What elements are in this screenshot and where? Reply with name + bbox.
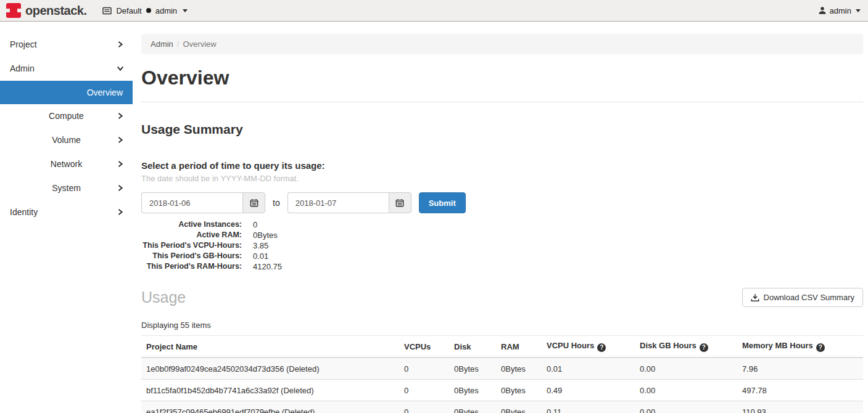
date-to-input[interactable] bbox=[287, 192, 389, 213]
sidebar-item-label: Admin bbox=[10, 63, 35, 73]
breadcrumb-admin[interactable]: Admin bbox=[151, 39, 173, 49]
usage-table: Project Name VCPUs Disk RAM VCPU Hours? … bbox=[141, 335, 863, 413]
user-name: admin bbox=[830, 6, 851, 15]
chevron-right-icon bbox=[117, 208, 124, 216]
sidebar-item-overview[interactable]: Overview bbox=[0, 81, 133, 104]
date-from-calendar-addon[interactable] bbox=[242, 192, 265, 213]
cell-vcpus: 0 bbox=[399, 358, 449, 380]
breadcrumb: Admin/Overview bbox=[141, 34, 863, 54]
cell-vcpu-hours: 0.49 bbox=[542, 380, 635, 401]
stat-value: 3.85 bbox=[253, 240, 268, 251]
top-navbar: openstack. Default admin admin bbox=[0, 0, 868, 22]
usage-stats: Active Instances: 0 Active RAM: 0Bytes T… bbox=[141, 219, 863, 272]
sidebar-item-network[interactable]: Network bbox=[0, 152, 133, 176]
column-label: Memory MB Hours bbox=[742, 341, 813, 350]
download-csv-button[interactable]: Download CSV Summary bbox=[742, 288, 863, 307]
chevron-down-icon bbox=[117, 65, 124, 72]
submit-button[interactable]: Submit bbox=[419, 192, 466, 213]
col-disk-gb-hours: Disk GB Hours? bbox=[635, 336, 737, 358]
column-label: Disk bbox=[454, 342, 471, 351]
stat-gb-hours: This Period's GB-Hours: 0.01 bbox=[141, 251, 863, 261]
openstack-brand[interactable]: openstack. bbox=[6, 3, 86, 18]
cell-memory-mb-hours: 497.78 bbox=[737, 380, 863, 401]
date-from-group bbox=[141, 192, 265, 213]
title-divider bbox=[141, 102, 863, 102]
cell-ram: 0Bytes bbox=[496, 401, 542, 413]
project-label: admin bbox=[155, 6, 177, 15]
stat-label: This Period's VCPU-Hours: bbox=[141, 240, 242, 251]
date-format-hint: The date should be in YYYY-MM-DD format. bbox=[141, 174, 863, 183]
chevron-right-icon bbox=[117, 136, 124, 144]
domain-project-switcher[interactable]: Default admin bbox=[102, 6, 188, 15]
calendar-icon bbox=[250, 198, 258, 207]
brand-text: openstack. bbox=[25, 4, 86, 18]
column-label: Disk GB Hours bbox=[640, 341, 696, 350]
main-content: Admin/Overview Overview Usage Summary Se… bbox=[133, 22, 868, 413]
sidebar-item-label: Compute bbox=[49, 111, 84, 121]
sidebar-item-project[interactable]: Project bbox=[0, 33, 133, 57]
column-label: RAM bbox=[501, 342, 519, 351]
cell-disk-gb-hours: 0.00 bbox=[635, 380, 737, 401]
sidebar-item-label: Overview bbox=[87, 88, 123, 97]
window-list-icon bbox=[102, 7, 112, 15]
usage-section-header: Usage Download CSV Summary bbox=[141, 288, 863, 307]
help-icon[interactable]: ? bbox=[700, 343, 708, 352]
sidebar-item-label: Project bbox=[10, 39, 37, 49]
col-memory-mb-hours: Memory MB Hours? bbox=[737, 336, 863, 358]
col-project-name: Project Name bbox=[141, 336, 399, 358]
user-menu[interactable]: admin bbox=[818, 6, 861, 15]
usage-summary-heading: Usage Summary bbox=[141, 122, 863, 137]
column-label: VCPU Hours bbox=[547, 341, 594, 350]
breadcrumb-separator: / bbox=[177, 39, 180, 49]
table-row: bf11c5fa0f1b452db4b7741a6c33a92f (Delete… bbox=[141, 380, 863, 401]
chevron-right-icon bbox=[117, 112, 124, 120]
stat-value: 0 bbox=[253, 219, 257, 230]
stat-vcpu-hours: This Period's VCPU-Hours: 3.85 bbox=[141, 240, 863, 251]
date-from-input[interactable] bbox=[141, 192, 242, 213]
cell-vcpus: 0 bbox=[399, 401, 449, 413]
table-header-row: Project Name VCPUs Disk RAM VCPU Hours? … bbox=[141, 336, 863, 358]
column-label: Project Name bbox=[146, 342, 197, 351]
help-icon[interactable]: ? bbox=[597, 343, 606, 352]
sidebar-item-identity[interactable]: Identity bbox=[0, 200, 133, 224]
cell-memory-mb-hours: 110.93 bbox=[737, 401, 863, 413]
table-row: ea1f2f357c09465eb6991edf7079efbe (Delete… bbox=[141, 401, 863, 413]
download-csv-label: Download CSV Summary bbox=[764, 293, 854, 302]
col-vcpus: VCPUs bbox=[399, 336, 449, 358]
sidebar-item-volume[interactable]: Volume bbox=[0, 128, 133, 152]
sidebar-item-admin[interactable]: Admin bbox=[0, 57, 133, 81]
sidebar-item-label: System bbox=[52, 183, 81, 193]
date-range-form: to Submit bbox=[141, 192, 863, 213]
date-to-group bbox=[287, 192, 411, 213]
help-icon[interactable]: ? bbox=[816, 343, 825, 352]
sidebar-item-compute[interactable]: Compute bbox=[0, 104, 133, 128]
dot-separator-icon bbox=[146, 8, 151, 13]
stat-active-ram: Active RAM: 0Bytes bbox=[141, 230, 863, 240]
stat-label: This Period's RAM-Hours: bbox=[141, 261, 242, 272]
cell-ram: 0Bytes bbox=[496, 358, 542, 380]
stat-label: Active RAM: bbox=[141, 230, 242, 240]
domain-label: Default bbox=[116, 6, 141, 15]
cell-disk: 0Bytes bbox=[449, 401, 496, 413]
usage-heading: Usage bbox=[141, 288, 186, 306]
stat-label: Active Instances: bbox=[141, 219, 242, 230]
chevron-right-icon bbox=[117, 160, 124, 168]
sidebar-item-label: Network bbox=[51, 159, 82, 169]
cell-vcpu-hours: 0.01 bbox=[542, 358, 635, 380]
col-ram: RAM bbox=[496, 336, 542, 358]
cell-disk-gb-hours: 0.00 bbox=[635, 358, 737, 380]
cell-disk-gb-hours: 0.00 bbox=[635, 401, 737, 413]
stat-label: This Period's GB-Hours: bbox=[141, 251, 242, 261]
calendar-icon bbox=[395, 198, 404, 207]
date-to-calendar-addon[interactable] bbox=[389, 192, 411, 213]
items-count: Displaying 55 items bbox=[141, 321, 863, 330]
stat-value: 4120.75 bbox=[253, 261, 282, 272]
cell-memory-mb-hours: 7.96 bbox=[737, 358, 863, 380]
cell-project-name: bf11c5fa0f1b452db4b7741a6c33a92f (Delete… bbox=[141, 380, 399, 401]
query-period-prompt: Select a period of time to query its usa… bbox=[141, 160, 863, 171]
column-label: VCPUs bbox=[404, 342, 431, 351]
cell-vcpu-hours: 0.11 bbox=[542, 401, 635, 413]
cell-disk: 0Bytes bbox=[449, 358, 496, 380]
col-disk: Disk bbox=[449, 336, 496, 358]
sidebar-item-system[interactable]: System bbox=[0, 176, 133, 200]
